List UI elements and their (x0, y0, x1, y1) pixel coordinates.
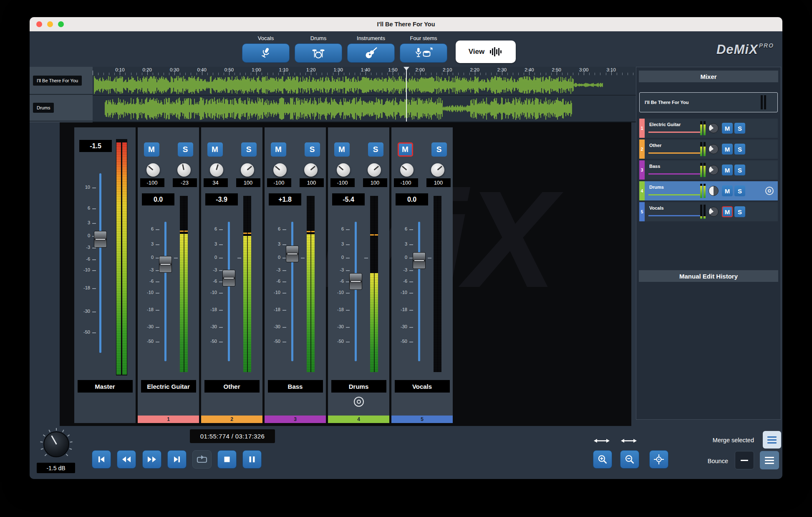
knob-notch (182, 164, 184, 170)
pause-button[interactable] (242, 450, 262, 469)
fader-handle[interactable] (222, 270, 235, 286)
stem-button-drums[interactable] (295, 43, 342, 63)
scale-tick-label: 3 (138, 241, 154, 246)
zoom-out-horizontal-button[interactable] (620, 450, 639, 469)
fast-forward-button[interactable] (142, 450, 161, 469)
waveform-timeline[interactable]: 0:100:200:300:400:501:001:101:201:301:40… (93, 67, 636, 122)
playhead[interactable] (406, 68, 407, 122)
width-knob[interactable] (241, 163, 254, 177)
meter-bar (700, 142, 702, 156)
mixer-row-other[interactable]: 2OtherMS (639, 139, 778, 159)
mixer-row-knob[interactable] (709, 186, 719, 196)
fader-handle[interactable] (159, 256, 172, 273)
scale-tick-label: -10 (265, 290, 280, 295)
solo-button[interactable]: S (734, 123, 745, 134)
scale-tick (409, 244, 413, 245)
mute-button[interactable]: M (144, 142, 159, 157)
maximize-button[interactable] (58, 21, 64, 27)
mute-button[interactable]: M (722, 185, 733, 196)
focus-ring-icon[interactable] (765, 187, 774, 195)
fader-handle[interactable] (413, 252, 426, 269)
drumkit-icon (311, 47, 325, 59)
minimize-button[interactable] (47, 21, 53, 27)
time-ruler[interactable]: 0:100:200:300:400:501:001:101:201:301:40… (93, 67, 636, 75)
scale-tick-label: -10 (391, 290, 407, 295)
scale-tick-label: -18 (201, 307, 217, 312)
workspace: I'll Be There For You Drums 0:100:200:30… (30, 67, 636, 426)
merge-menu-button[interactable] (763, 431, 781, 449)
knob-notch (310, 166, 316, 170)
bounce-minus-button[interactable] (735, 451, 754, 469)
width-knob[interactable] (177, 163, 191, 177)
meter-bar (704, 184, 706, 198)
fader-handle[interactable] (349, 273, 362, 290)
mixer-row-knob[interactable] (709, 207, 719, 217)
stem-button-four-stems[interactable] (400, 43, 447, 63)
mute-button[interactable]: M (722, 165, 733, 175)
mute-button[interactable]: M (334, 142, 350, 157)
solo-button[interactable]: S (368, 142, 383, 157)
pan-knob[interactable] (337, 163, 350, 177)
solo-button[interactable]: S (178, 142, 193, 157)
mute-button[interactable]: M (398, 142, 413, 157)
scale-tick (409, 310, 413, 311)
mute-button[interactable]: M (722, 123, 733, 134)
app-logo: DeMiXPRO (716, 42, 774, 57)
ruler-time-label: 1:40 (361, 67, 370, 72)
close-button[interactable] (36, 21, 42, 27)
mute-button[interactable]: M (207, 142, 223, 157)
rewind-button[interactable] (117, 450, 136, 469)
solo-button[interactable]: S (241, 142, 257, 157)
stop-button[interactable] (217, 450, 237, 469)
mute-button[interactable]: M (271, 142, 286, 157)
output-volume-knob[interactable] (40, 428, 73, 461)
solo-button[interactable]: S (734, 206, 745, 217)
pan-knob[interactable] (273, 163, 287, 177)
skip-end-button[interactable] (167, 450, 187, 469)
solo-button[interactable]: S (734, 165, 745, 175)
pan-knob[interactable] (400, 163, 414, 177)
center-playhead-button[interactable] (649, 450, 668, 469)
zero-tick (428, 258, 431, 258)
master-fader-handle[interactable] (94, 231, 107, 248)
mixer-row-meter (700, 205, 706, 219)
solo-button[interactable]: S (431, 142, 447, 157)
ruler-time-label: 3:00 (579, 67, 588, 72)
mixer-row-electric-guitar[interactable]: 1Electric GuitarMS (639, 119, 778, 138)
pan-knob[interactable] (210, 163, 223, 177)
meter-fill (704, 186, 706, 198)
knob-tick (70, 441, 72, 443)
ruler-time-label: 2:40 (525, 67, 534, 72)
solo-button[interactable]: S (305, 142, 320, 157)
stem-button-instruments[interactable] (347, 43, 395, 63)
fader-handle[interactable] (286, 246, 299, 262)
mixer-row-knob[interactable] (709, 123, 719, 133)
stem-button-vocals[interactable] (242, 43, 290, 63)
mixer-panel-header: Mixer (639, 71, 778, 82)
mixer-row-bass[interactable]: 3BassMS (639, 160, 778, 180)
view-button[interactable]: View (456, 41, 516, 63)
mixer-main-area: MiX -1.510630-3-6-10-18-30-50MasterMS-10… (30, 122, 636, 426)
zoom-in-horizontal-button[interactable] (593, 450, 612, 469)
focus-ring-icon[interactable] (354, 397, 364, 407)
solo-button[interactable]: S (734, 185, 745, 196)
scale-tick (156, 293, 159, 294)
solo-button[interactable]: S (734, 144, 745, 155)
width-knob[interactable] (431, 163, 444, 177)
bounce-menu-button[interactable] (760, 451, 779, 469)
loop-button[interactable] (192, 450, 212, 469)
drums-waveform (93, 96, 636, 122)
scale-tick (156, 229, 159, 230)
mixer-row-knob[interactable] (709, 165, 719, 175)
skip-start-button[interactable] (92, 450, 111, 469)
mixer-row-vocals[interactable]: 5VocalsMS (639, 202, 778, 221)
mute-button[interactable]: M (722, 206, 733, 217)
pan-knob[interactable] (146, 163, 160, 177)
level-meter (180, 196, 188, 372)
mute-button[interactable]: M (722, 144, 733, 155)
mixer-master-row[interactable]: I'll Be There For You (639, 92, 778, 112)
width-knob[interactable] (304, 163, 318, 177)
mixer-row-drums[interactable]: 4DrumsMS (639, 181, 778, 200)
mixer-row-knob[interactable] (709, 144, 719, 154)
width-knob[interactable] (368, 163, 381, 177)
